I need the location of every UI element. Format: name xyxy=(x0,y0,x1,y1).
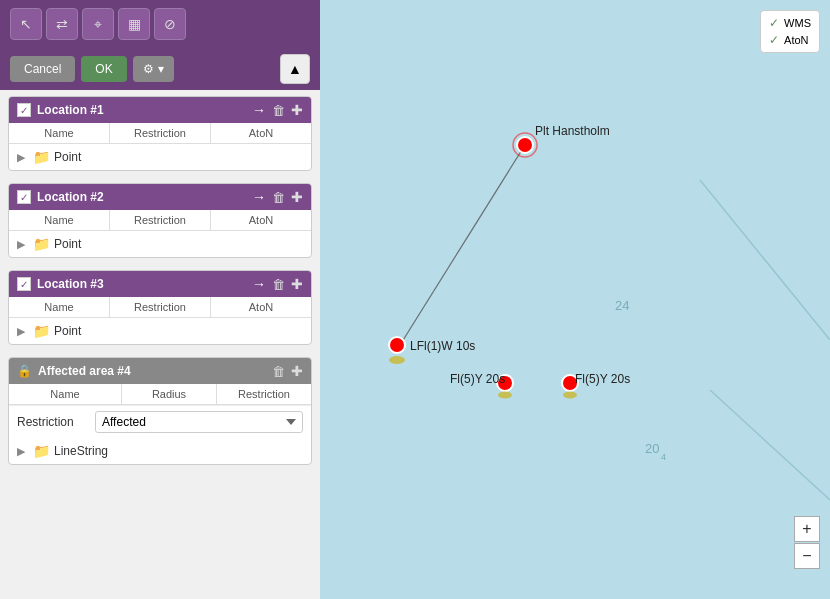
wms-label: WMS xyxy=(784,17,811,29)
expand-icon-3: ▶ xyxy=(17,325,29,338)
location-2-item[interactable]: ▶ 📁 Point xyxy=(9,231,311,257)
location-1-item[interactable]: ▶ 📁 Point xyxy=(9,144,311,170)
col-restriction-2: Restriction xyxy=(110,210,211,230)
col-restriction-1: Restriction xyxy=(110,123,211,143)
location-3-item-label: Point xyxy=(54,324,81,338)
location-1-item-label: Point xyxy=(54,150,81,164)
svg-point-6 xyxy=(389,337,405,353)
location-1-arrow-icon: → xyxy=(252,102,266,118)
restriction-field-label: Restriction xyxy=(17,415,87,429)
location-2-title: Location #2 xyxy=(37,190,246,204)
col-radius-affected: Radius xyxy=(122,384,217,404)
location-2-checkbox[interactable]: ✓ xyxy=(17,190,31,204)
location-3-arrow-icon: → xyxy=(252,276,266,292)
location-1-columns: Name Restriction AtoN xyxy=(9,123,311,144)
affected-area-item-label: LineString xyxy=(54,444,108,458)
up-arrow-icon: ▲ xyxy=(288,61,302,77)
legend-aton[interactable]: ✓ AtoN xyxy=(769,33,811,47)
aton-check-icon: ✓ xyxy=(769,33,779,47)
gear-button[interactable]: ⚙ ▾ xyxy=(133,56,174,82)
location-3-header: ✓ Location #3 → 🗑 ✚ xyxy=(9,271,311,297)
cancel-button[interactable]: Cancel xyxy=(10,56,75,82)
folder-icon-2: 📁 xyxy=(33,236,50,252)
svg-point-9 xyxy=(498,392,512,399)
action-row: Cancel OK ⚙ ▾ ▲ xyxy=(0,48,320,90)
ok-button[interactable]: OK xyxy=(81,56,126,82)
location-2-arrow-icon: → xyxy=(252,189,266,205)
location-1-block: ✓ Location #1 → 🗑 ✚ Name Restriction Ato… xyxy=(8,96,312,171)
location-1-delete-icon[interactable]: 🗑 xyxy=(272,103,285,118)
node-button[interactable]: ⌖ xyxy=(82,8,114,40)
location-3-delete-icon[interactable]: 🗑 xyxy=(272,277,285,292)
folder-icon-affected: 📁 xyxy=(33,443,50,459)
location-3-columns: Name Restriction AtoN xyxy=(9,297,311,318)
location-3-block: ✓ Location #3 → 🗑 ✚ Name Restriction Ato… xyxy=(8,270,312,345)
svg-text:4: 4 xyxy=(661,452,666,462)
affected-area-4-block: 🔒 Affected area #4 🗑 ✚ Name Radius Restr… xyxy=(8,357,312,465)
map-legend: ✓ WMS ✓ AtoN xyxy=(760,10,820,53)
folder-icon-1: 📁 xyxy=(33,149,50,165)
route-button[interactable]: ⇄ xyxy=(46,8,78,40)
location-1-header: ✓ Location #1 → 🗑 ✚ xyxy=(9,97,311,123)
map-svg: Plt Hanstholm LFl(1)W 10s Fl(5)Y 20s Fl(… xyxy=(320,0,830,599)
zoom-in-button[interactable]: + xyxy=(794,516,820,542)
folder-icon-3: 📁 xyxy=(33,323,50,339)
svg-text:24: 24 xyxy=(615,298,629,313)
location-2-header: ✓ Location #2 → 🗑 ✚ xyxy=(9,184,311,210)
location-3-add-icon[interactable]: ✚ xyxy=(291,276,303,292)
col-name-2: Name xyxy=(9,210,110,230)
zoom-controls: + − xyxy=(794,516,820,569)
expand-icon-2: ▶ xyxy=(17,238,29,251)
svg-text:LFl(1)W 10s: LFl(1)W 10s xyxy=(410,339,475,353)
location-2-delete-icon[interactable]: 🗑 xyxy=(272,190,285,205)
location-3-checkbox[interactable]: ✓ xyxy=(17,277,31,291)
wms-check-icon: ✓ xyxy=(769,16,779,30)
location-3-item[interactable]: ▶ 📁 Point xyxy=(9,318,311,344)
svg-point-4 xyxy=(517,137,533,153)
col-restriction-affected: Restriction xyxy=(217,384,311,404)
affected-area-4-columns: Name Radius Restriction xyxy=(9,384,311,405)
location-2-item-label: Point xyxy=(54,237,81,251)
expand-icon-affected: ▶ xyxy=(17,445,29,458)
cursor-button[interactable]: ↖ xyxy=(10,8,42,40)
col-aton-3: AtoN xyxy=(211,297,311,317)
col-name-affected: Name xyxy=(9,384,122,404)
lock-icon: 🔒 xyxy=(17,364,32,378)
svg-rect-0 xyxy=(320,0,830,599)
map-area[interactable]: Plt Hanstholm LFl(1)W 10s Fl(5)Y 20s Fl(… xyxy=(320,0,830,599)
svg-text:20: 20 xyxy=(645,441,659,456)
svg-text:Plt Hanstholm: Plt Hanstholm xyxy=(535,124,610,138)
col-restriction-3: Restriction xyxy=(110,297,211,317)
affected-area-4-title: Affected area #4 xyxy=(38,364,266,378)
toolbar: ↖ ⇄ ⌖ ▦ ⊘ xyxy=(0,0,320,48)
affected-area-4-item[interactable]: ▶ 📁 LineString xyxy=(9,438,311,464)
col-aton-2: AtoN xyxy=(211,210,311,230)
delete-button[interactable]: ⊘ xyxy=(154,8,186,40)
gear-dropdown-arrow: ▾ xyxy=(158,62,164,76)
zoom-out-button[interactable]: − xyxy=(794,543,820,569)
svg-text:Fl(5)Y 20s: Fl(5)Y 20s xyxy=(450,372,505,386)
svg-point-7 xyxy=(389,356,405,364)
legend-wms[interactable]: ✓ WMS xyxy=(769,16,811,30)
affected-area-add-icon[interactable]: ✚ xyxy=(291,363,303,379)
gear-icon: ⚙ xyxy=(143,62,154,76)
svg-text:Fl(5)Y 20s: Fl(5)Y 20s xyxy=(575,372,630,386)
left-panel: ↖ ⇄ ⌖ ▦ ⊘ Cancel OK ⚙ ▾ ▲ ✓ Location #1 … xyxy=(0,0,320,599)
affected-area-delete-icon[interactable]: 🗑 xyxy=(272,364,285,379)
location-2-block: ✓ Location #2 → 🗑 ✚ Name Restriction Ato… xyxy=(8,183,312,258)
location-2-add-icon[interactable]: ✚ xyxy=(291,189,303,205)
col-name-1: Name xyxy=(9,123,110,143)
area-button[interactable]: ▦ xyxy=(118,8,150,40)
col-aton-1: AtoN xyxy=(211,123,311,143)
svg-point-11 xyxy=(563,392,577,399)
aton-label: AtoN xyxy=(784,34,808,46)
scroll-up-button[interactable]: ▲ xyxy=(280,54,310,84)
restriction-select[interactable]: Affected None Restricted xyxy=(95,411,303,433)
location-1-title: Location #1 xyxy=(37,103,246,117)
location-1-checkbox[interactable]: ✓ xyxy=(17,103,31,117)
location-3-title: Location #3 xyxy=(37,277,246,291)
expand-icon-1: ▶ xyxy=(17,151,29,164)
restriction-row: Restriction Affected None Restricted xyxy=(9,405,311,438)
location-2-columns: Name Restriction AtoN xyxy=(9,210,311,231)
location-1-add-icon[interactable]: ✚ xyxy=(291,102,303,118)
